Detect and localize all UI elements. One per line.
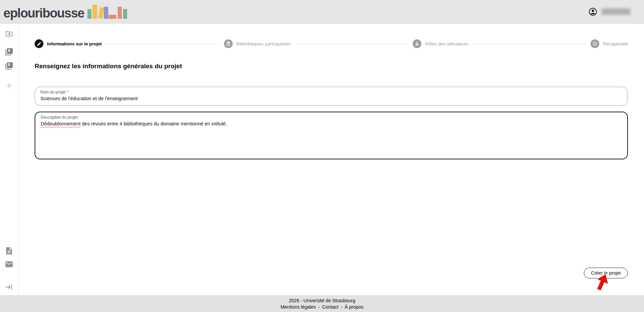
summary-check-icon: [591, 39, 599, 48]
account-circle-icon[interactable]: [588, 7, 598, 16]
footer-link-mentions-legales[interactable]: Mentions légales: [280, 304, 316, 310]
folder-open-icon[interactable]: [5, 30, 13, 38]
step-bibliotheques-participantes[interactable]: Bibliothèques participantes: [224, 39, 291, 48]
description-rest: des revues entre 4 bibliothèques du doma…: [81, 121, 227, 126]
stepper-connector: [295, 44, 409, 44]
logo-bar-yellow-tilted: [98, 7, 104, 19]
library-building-icon: [224, 39, 233, 48]
books-logo-icon: [87, 4, 117, 20]
logo-bar-blue: [104, 7, 108, 19]
stepper-connector: [106, 44, 220, 44]
footer-copyright: 2026 - Université de Strasbourg: [289, 298, 355, 303]
footer-links: Mentions légales - Contact - À propos: [280, 304, 364, 310]
step-recapitulatif[interactable]: Récapitulatif: [591, 39, 628, 48]
project-name-value: Sciences de l'éducation et de l'enseigne…: [40, 96, 622, 101]
create-project-button[interactable]: Créer le projet: [584, 268, 628, 278]
footer-link-a-propos[interactable]: À propos: [345, 304, 364, 310]
logo-bar-yellow-tall: [92, 5, 97, 19]
user-name-blurred: [602, 8, 631, 15]
left-sidebar: +: [0, 24, 18, 295]
project-description-field[interactable]: Description du projet Dédoublonnement de…: [35, 112, 628, 159]
misspelled-word: Dédoublonnement: [41, 121, 81, 126]
app-header: eplouribousse: [0, 0, 644, 24]
step-label: Récapitulatif: [603, 41, 628, 46]
library-icon[interactable]: [5, 62, 13, 70]
library-icon[interactable]: [5, 47, 13, 56]
main-content: Informations sur le projet Bibliothèques…: [18, 24, 644, 295]
project-name-field[interactable]: Nom du projet * Sciences de l'éducation …: [35, 87, 628, 106]
step-informations-projet[interactable]: Informations sur le projet: [35, 39, 102, 48]
mail-icon[interactable]: [5, 260, 13, 269]
step-label: Informations sur le projet: [47, 41, 102, 46]
project-description-value: Dédoublonnement des revues entre 4 bibli…: [41, 121, 622, 126]
footer-separator: -: [318, 304, 320, 310]
project-description-label: Description du projet: [41, 115, 622, 120]
brand-logo[interactable]: eplouribousse: [3, 4, 117, 20]
page-footer: 2026 - Université de Strasbourg Mentions…: [0, 295, 644, 312]
plus-icon[interactable]: +: [5, 81, 13, 90]
step-label: Bibliothèques participantes: [236, 41, 291, 46]
step-label: Rôles des utilisateurs: [425, 41, 468, 46]
document-icon[interactable]: [5, 246, 13, 255]
footer-separator: -: [341, 304, 342, 310]
page-title: Renseignez les informations générales du…: [35, 63, 182, 70]
project-wizard-stepper: Informations sur le projet Bibliothèques…: [35, 39, 628, 48]
footer-link-contact[interactable]: Contact: [322, 304, 338, 310]
pencil-icon: [35, 39, 43, 48]
user-area[interactable]: [588, 7, 631, 16]
user-icon: [413, 39, 421, 48]
logo-bar-green-end: [123, 9, 127, 19]
step-roles-utilisateurs[interactable]: Rôles des utilisateurs: [413, 39, 468, 48]
brand-name: eplouribousse: [3, 7, 84, 20]
project-name-label: Nom du projet *: [40, 90, 622, 94]
logout-icon[interactable]: [5, 283, 13, 291]
logo-bar-salmon: [118, 7, 122, 19]
logo-bar-green: [87, 9, 91, 19]
logo-bar-salmon-horizontal: [109, 15, 116, 19]
stepper-connector: [472, 44, 586, 44]
